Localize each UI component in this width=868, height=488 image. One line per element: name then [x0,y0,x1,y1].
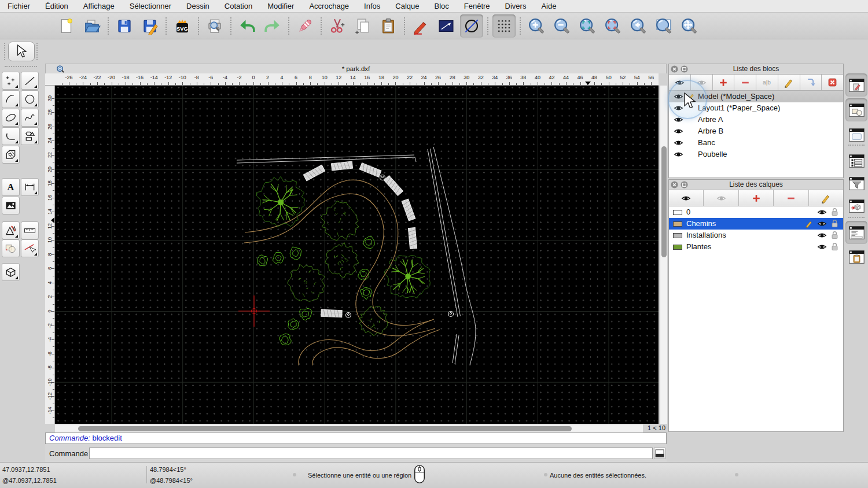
menu-modifier[interactable]: Modifier [260,0,301,13]
lock-icon[interactable] [831,242,838,253]
purge-block-button[interactable] [822,75,843,90]
tool-select-entity-button[interactable] [21,239,39,257]
block-row-poubelle[interactable]: Poubelle [669,149,843,160]
command-options-button[interactable] [654,448,665,459]
layer-color-swatch[interactable] [673,245,682,250]
layer-row-0[interactable]: 0 [669,206,843,218]
show-all-blocks-button[interactable] [669,75,691,90]
tool-points-button[interactable] [2,72,20,90]
layer-row-installations[interactable]: Installations [669,230,843,241]
eye-icon[interactable] [817,209,827,217]
tool-arc-button[interactable] [2,90,20,108]
block-row-banc[interactable]: Banc [669,137,843,149]
menu-aide[interactable]: Aide [534,0,564,13]
vertical-scrollbar[interactable] [660,86,667,424]
lock-icon[interactable] [831,231,838,241]
palette-drag-handle[interactable] [5,66,37,68]
tool-circle-button[interactable] [21,90,39,108]
document-titlebar[interactable]: * park.dxf [45,64,667,73]
tool-line-button[interactable] [21,72,39,90]
tool-dimension-button[interactable] [21,178,39,196]
tool-shapes-button[interactable] [21,127,39,145]
eraser-button[interactable] [293,14,317,38]
lock-icon[interactable] [831,208,838,218]
rename-block-button[interactable]: a|b [756,75,778,90]
zoom-previous-button[interactable] [627,14,650,38]
layer-color-swatch[interactable] [673,221,682,227]
zoom-out-button[interactable] [550,14,573,38]
eye-icon[interactable] [817,243,827,252]
dock-clipboard-button[interactable] [845,245,867,268]
lock-icon[interactable] [831,219,838,230]
print-preview-button[interactable] [203,14,226,38]
cut-button[interactable] [326,14,349,38]
save-as-button[interactable] [138,14,161,38]
eye-icon[interactable] [674,93,683,102]
close-icon[interactable] [671,65,678,76]
command-input[interactable] [89,448,653,459]
copy-button[interactable] [351,14,374,38]
layer-color-swatch[interactable] [673,210,682,215]
menu-affichage[interactable]: Affichage [76,0,122,13]
tool-text-button[interactable]: A [2,178,20,196]
tool-ellipse-button[interactable] [2,109,20,127]
menu-fenetre[interactable]: Fenêtre [457,0,498,13]
eye-icon[interactable] [674,139,683,148]
draw-pencil-button[interactable] [409,14,432,38]
close-icon[interactable] [671,181,678,191]
add-layer-button[interactable] [739,190,774,206]
insert-block-button[interactable] [800,75,822,90]
menu-selectionner[interactable]: Sélectionner [122,0,179,13]
eye-icon[interactable] [817,220,827,229]
float-panel-icon[interactable] [681,65,688,76]
grid-button[interactable] [492,14,516,38]
line-tool-button[interactable] [435,14,458,38]
menu-edition[interactable]: Édition [38,0,76,13]
layer-row-plantes[interactable]: Plantes [669,241,843,253]
eye-icon[interactable] [674,151,683,160]
dock-library-button[interactable] [845,98,867,121]
eye-icon[interactable] [674,128,683,136]
menu-divers[interactable]: Divers [498,0,534,13]
block-row-arbre-a[interactable]: Arbre A [669,114,843,125]
redo-button[interactable] [261,14,284,38]
pan-button[interactable] [678,14,701,38]
float-panel-icon[interactable] [681,181,688,191]
horizontal-scrollbar-thumb[interactable] [78,426,572,431]
tool-image-button[interactable] [2,197,20,215]
block-row-arbre-b[interactable]: Arbre B [669,125,843,137]
add-block-button[interactable] [713,75,735,90]
layer-row-chemins[interactable]: Chemins [669,218,843,230]
toolbar-drag-handle[interactable] [36,43,39,60]
dock-list-button[interactable] [845,149,867,172]
tool-hatch-button[interactable] [2,146,20,164]
open-folder-button[interactable] [80,14,104,38]
tool-polyline-button[interactable] [2,127,20,145]
paste-button[interactable] [377,14,400,38]
tool-spline-button[interactable] [21,109,39,127]
block-row-layout1-paper-space[interactable]: Layout1 (*Paper_Space) [669,102,843,114]
remove-block-button[interactable] [734,75,756,90]
save-button[interactable] [113,14,136,38]
tool-attributes-button[interactable] [2,239,20,257]
zoom-window-button[interactable] [652,14,675,38]
dock-filter-button[interactable] [845,172,867,195]
eye-icon[interactable] [674,105,683,113]
tool-measure-button[interactable] [21,221,39,239]
horizontal-scrollbar[interactable] [55,424,643,432]
eye-icon[interactable] [674,116,683,125]
eye-icon[interactable] [817,232,827,241]
hide-all-blocks-button[interactable] [691,75,713,90]
dock-block-edit-button[interactable] [845,73,867,97]
edit-block-button[interactable] [778,75,800,90]
layer-color-swatch[interactable] [673,233,682,238]
menu-calque[interactable]: Calque [388,0,426,13]
dock-property-button[interactable] [845,123,867,146]
menu-infos[interactable]: Infos [356,0,388,13]
edit-layer-button[interactable] [809,190,843,206]
vertical-scrollbar-thumb[interactable] [661,146,667,257]
zoom-selection-button[interactable] [601,14,624,38]
selection-tool-button[interactable] [8,42,35,61]
menu-accrochage[interactable]: Accrochage [301,0,356,13]
block-row-model-model-space[interactable]: Model (*Model_Space) [669,91,843,102]
